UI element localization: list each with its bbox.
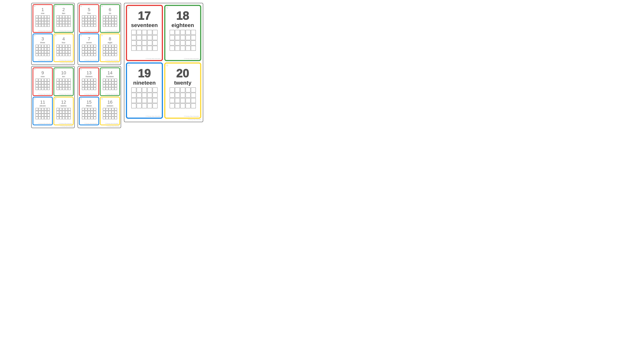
card-hole <box>101 35 102 36</box>
card-number: 10 <box>61 71 66 75</box>
card-hole <box>101 98 102 99</box>
ten-frame <box>56 15 71 27</box>
card-word-large: nineteen <box>133 80 156 86</box>
card-hole <box>166 7 168 8</box>
ten-frame <box>56 79 71 90</box>
card-12: 12 twelve <box>54 97 74 125</box>
ten-frame <box>103 15 117 27</box>
card-hole <box>34 6 35 7</box>
ten-frame <box>82 45 96 56</box>
card-hole <box>55 35 56 36</box>
card-number-large: 18 <box>176 10 189 21</box>
card-word: twelve <box>61 105 67 107</box>
card-word-large: seventeen <box>131 22 158 28</box>
card-word: eight <box>108 41 112 44</box>
card-copyright: © Primary Stars Education <box>38 30 51 31</box>
cards-grid-1-4: 1 one <box>32 4 74 62</box>
card-hole <box>128 64 130 66</box>
page-copyright: © Primary Stars Education <box>79 126 120 127</box>
card-hole <box>34 98 35 99</box>
card-5: 5 five <box>79 4 99 33</box>
card-15: 15 fifteen <box>79 97 99 125</box>
middle-section: 5 five <box>78 3 121 128</box>
ten-frame <box>103 45 117 56</box>
card-number: 16 <box>108 100 112 104</box>
card-copyright: © Primary Stars Education <box>38 60 51 61</box>
ten-frame <box>82 79 96 90</box>
card-word: two <box>62 12 65 14</box>
card-number: 9 <box>42 71 44 75</box>
page-copyright: © Primary Stars Education <box>32 126 74 127</box>
card-17: 17 seventeen <box>126 5 163 61</box>
page-9-12: 9 nine <box>31 66 75 128</box>
cards-grid-13-16: 13 thirteen <box>79 67 120 125</box>
page-5-8: 5 five <box>78 3 121 65</box>
card-word: three <box>40 41 45 44</box>
card-3: 3 three <box>32 33 53 62</box>
card-hole <box>80 69 82 70</box>
cards-grid-5-8: 5 five <box>79 4 120 62</box>
card-number: 5 <box>88 7 90 12</box>
card-copyright: © Primary Stars Education <box>59 123 72 124</box>
right-section: 17 seventeen <box>124 3 203 122</box>
ten-frame <box>36 108 50 119</box>
card-hole <box>80 35 82 36</box>
card-hole <box>34 69 35 70</box>
card-hole <box>80 98 82 99</box>
card-9: 9 nine <box>32 67 53 96</box>
cards-grid-9-12: 9 nine <box>32 67 74 125</box>
card-hole <box>101 6 102 7</box>
card-6: 6 six <box>100 4 120 33</box>
card-hole <box>55 6 56 7</box>
main-container: 1 one <box>0 0 234 131</box>
card-14: 14 fourteen <box>100 67 120 96</box>
card-copyright: © Primary Stars Education <box>84 60 98 61</box>
card-number-large: 19 <box>138 67 151 79</box>
card-18: 18 eighteen <box>164 5 201 61</box>
left-section: 1 one <box>31 3 75 128</box>
page-13-16: 13 thirteen <box>78 66 121 128</box>
page-copyright-large: © Primary Stars Education <box>126 119 201 120</box>
card-number: 3 <box>42 37 44 41</box>
card-2: 2 two <box>54 4 74 33</box>
card-8: 8 eight <box>100 33 120 62</box>
card-number: 6 <box>109 7 111 12</box>
card-word: seven <box>86 41 92 44</box>
card-copyright: © Primary Stars Education <box>38 123 51 124</box>
card-copyright: © Primary Stars Education <box>105 123 118 124</box>
card-copyright: © Primary Stars Education <box>105 60 118 61</box>
card-copyright: © Primary Stars Education <box>38 94 51 95</box>
card-20: 20 twenty <box>164 62 201 119</box>
card-number: 4 <box>62 37 65 41</box>
card-copyright: © Primary Stars Education <box>84 30 98 31</box>
card-hole <box>166 64 168 66</box>
card-copyright: © Primary Stars Education <box>105 94 118 95</box>
card-word: nine <box>41 75 45 78</box>
card-word-large: twenty <box>174 80 192 86</box>
ten-frame-large <box>132 30 158 51</box>
card-copyright: © Primary Stars Education <box>105 30 118 31</box>
card-copyright: © Primary Stars Education <box>59 60 72 61</box>
ten-frame-large <box>170 87 196 108</box>
card-word: thirteen <box>86 75 92 78</box>
card-number-large: 17 <box>138 10 151 21</box>
card-number: 8 <box>109 37 111 41</box>
card-number: 7 <box>88 37 90 41</box>
card-word: fifteen <box>86 105 92 107</box>
card-copyright: © Primary Stars Education <box>146 115 161 117</box>
card-word: four <box>62 41 65 44</box>
card-13: 13 thirteen <box>79 67 99 96</box>
ten-frame <box>36 79 50 90</box>
card-10: 10 ten <box>54 67 74 96</box>
card-hole <box>101 69 102 70</box>
card-copyright: © Primary Stars Education <box>59 94 72 95</box>
card-copyright: © Primary Stars Education <box>184 115 199 117</box>
ten-frame <box>36 45 50 56</box>
ten-frame-large <box>170 30 196 51</box>
page-copyright: © Primary Stars Education <box>32 62 74 63</box>
card-number-large: 20 <box>176 67 189 79</box>
card-number: 11 <box>40 100 45 104</box>
card-word: one <box>41 12 44 14</box>
card-word: sixteen <box>106 105 113 107</box>
card-word: six <box>109 12 111 14</box>
